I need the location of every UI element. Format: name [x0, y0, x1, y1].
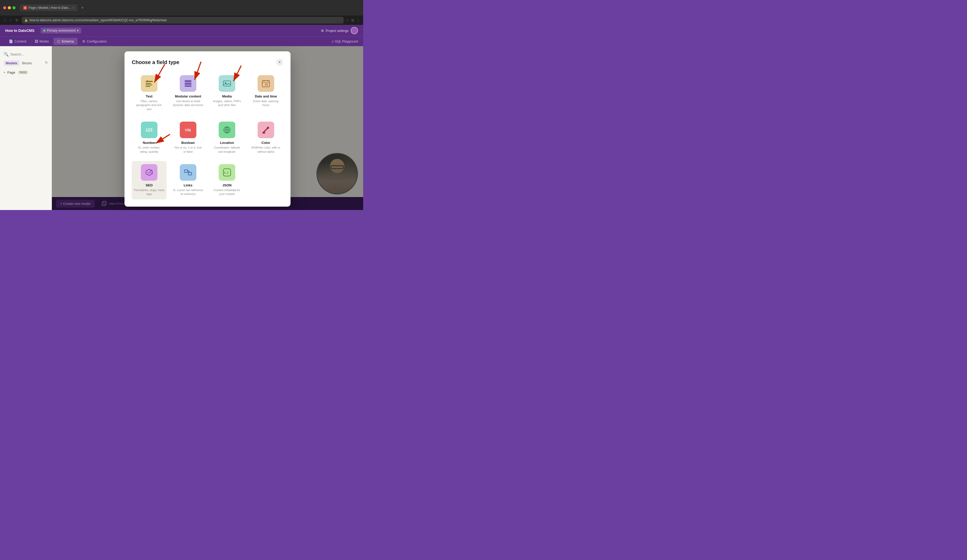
- menu-icon[interactable]: ⋮: [356, 18, 360, 22]
- svg-text:SEO: SEO: [147, 171, 152, 174]
- project-settings-button[interactable]: ⚙ Project settings: [319, 28, 351, 34]
- text-field-icon: A: [141, 75, 157, 92]
- field-type-boolean[interactable]: Y/N Boolean Yes or no, 1 or 0, true or f…: [171, 119, 205, 157]
- gql-playground-link[interactable]: ◇ GQL Playground: [332, 40, 358, 43]
- field-type-modal: Choose a field type ×: [124, 51, 290, 207]
- sub-navigation: 📄 Content 🖼 Media ⬡ Schema ⚙ Configurati…: [0, 36, 363, 46]
- boolean-field-desc: Yes or no, 1 or 0, true or false: [173, 146, 203, 154]
- browser-actions: ☆ ⊞ ⋮: [346, 18, 360, 22]
- field-type-color[interactable]: Color RGB/Hex color, with or without alp…: [249, 119, 283, 157]
- svg-text:Y/N: Y/N: [185, 128, 191, 132]
- sidebar-section-tabs: Models Blocks ↻: [0, 60, 52, 66]
- url-text: how-to-datocms.admin.datocms.com/schema/…: [30, 18, 167, 22]
- field-type-json[interactable]: {...} JSON Custom metadata for your mode…: [210, 161, 244, 199]
- svg-rect-6: [145, 83, 151, 84]
- location-field-icon: [219, 122, 235, 138]
- project-settings-label: Project settings: [325, 29, 348, 33]
- svg-point-28: [267, 127, 269, 129]
- text-field-name: Text: [146, 94, 152, 98]
- env-status-dot: [43, 30, 45, 31]
- json-field-name: JSON: [222, 183, 231, 187]
- refresh-button[interactable]: ↻: [45, 60, 48, 66]
- seo-field-name: SEO: [145, 183, 152, 187]
- svg-text:31: 31: [265, 83, 268, 86]
- svg-rect-12: [185, 85, 191, 87]
- field-type-seo[interactable]: SEO SEO Permalinks, slugs, meta tags: [132, 161, 167, 199]
- sidebar-search-bar: 🔍: [0, 50, 52, 58]
- url-bar[interactable]: 🔒 how-to-datocms.admin.datocms.com/schem…: [22, 17, 344, 24]
- tab-close-button[interactable]: ×: [72, 6, 74, 9]
- datetime-field-name: Date and time: [255, 94, 277, 98]
- page-chevron-icon: ▾: [3, 71, 5, 74]
- modular-field-name: Modular content: [175, 94, 201, 98]
- svg-rect-13: [223, 81, 231, 86]
- content-area: Choose a field type ×: [52, 46, 363, 210]
- tab-media-label: Media: [40, 40, 49, 43]
- modal-close-button[interactable]: ×: [276, 59, 283, 66]
- extensions-icon[interactable]: ⊞: [351, 18, 354, 22]
- tab-schema[interactable]: ⬡ Schema: [53, 38, 78, 45]
- svg-rect-11: [185, 83, 191, 85]
- environment-badge[interactable]: Primary environment ▾: [41, 28, 81, 33]
- tab-schema-label: Schema: [61, 40, 74, 43]
- gql-icon: ◇: [332, 40, 334, 43]
- links-field-icon: [180, 164, 196, 181]
- content-icon: 📄: [9, 40, 13, 43]
- modular-field-icon: [180, 75, 196, 92]
- location-field-name: Location: [220, 141, 234, 145]
- user-avatar[interactable]: [351, 27, 358, 34]
- field-type-modular[interactable]: Modular content Use blocks to build dyna…: [171, 72, 205, 114]
- close-window-button[interactable]: [3, 6, 6, 9]
- browser-tab[interactable]: D Page | Models | How to Dato... ×: [20, 4, 78, 11]
- svg-rect-7: [145, 84, 152, 85]
- media-field-desc: Images, videos, PDFs and other files: [212, 99, 242, 107]
- app-header: How to DatoCMS Primary environment ▾ ⚙ P…: [0, 25, 363, 36]
- search-icon: 🔍: [3, 52, 9, 57]
- links-field-name: Links: [184, 183, 193, 187]
- tab-favicon: D: [23, 6, 27, 10]
- reload-button[interactable]: ↻: [14, 18, 20, 23]
- field-type-number[interactable]: 123 Number ID, order number, rating, qua…: [132, 119, 167, 157]
- number-field-name: Number: [143, 141, 155, 145]
- maximize-window-button[interactable]: [12, 6, 16, 9]
- field-type-media[interactable]: Media Images, videos, PDFs and other fil…: [210, 72, 244, 114]
- modal-backdrop[interactable]: Choose a field type ×: [52, 46, 363, 210]
- main-content: 🔍 Models Blocks ↻ ▾ Page PAGE Choose a f…: [0, 46, 363, 210]
- config-icon: ⚙: [82, 40, 85, 43]
- minimize-window-button[interactable]: [8, 6, 11, 9]
- forward-button[interactable]: ›: [8, 18, 12, 23]
- seo-field-icon: SEO: [141, 164, 157, 181]
- back-button[interactable]: ‹: [3, 18, 7, 23]
- seo-field-desc: Permalinks, slugs, meta tags: [134, 188, 165, 196]
- media-icon: 🖼: [35, 40, 38, 43]
- bookmark-icon[interactable]: ☆: [346, 18, 349, 22]
- page-badge: PAGE: [18, 71, 28, 74]
- tab-configuration-label: Configuration: [87, 40, 107, 43]
- color-field-icon: [257, 122, 274, 138]
- sidebar-tab-blocks[interactable]: Blocks: [20, 60, 34, 66]
- tab-configuration[interactable]: ⚙ Configuration: [79, 38, 111, 45]
- text-field-desc: Titles, names, paragraphs and rich-text: [134, 99, 165, 111]
- media-field-name: Media: [222, 94, 232, 98]
- media-field-icon: [219, 75, 235, 92]
- search-input[interactable]: [10, 53, 48, 56]
- app-logo: How to DatoCMS: [5, 28, 35, 33]
- svg-text:{...}: {...}: [224, 171, 228, 174]
- modal-title: Choose a field type: [132, 59, 179, 65]
- json-field-desc: Custom metadata for your models: [212, 188, 242, 196]
- svg-text:A: A: [147, 80, 149, 83]
- new-tab-button[interactable]: +: [80, 5, 86, 11]
- sidebar-item-page[interactable]: ▾ Page PAGE: [0, 69, 52, 76]
- location-field-desc: Coordinates: latitude and longitude: [212, 146, 242, 154]
- field-type-text[interactable]: A Text Titles, names, paragraphs and ric…: [132, 72, 167, 114]
- field-type-location[interactable]: Location Coordinates: latitude and longi…: [210, 119, 244, 157]
- tab-media[interactable]: 🖼 Media: [31, 38, 53, 45]
- boolean-field-name: Boolean: [181, 141, 195, 145]
- field-type-datetime[interactable]: 31 Date and time Event date, opening hou…: [249, 72, 283, 114]
- sidebar-tab-models[interactable]: Models: [3, 60, 20, 66]
- tab-content[interactable]: 📄 Content: [5, 38, 30, 45]
- boolean-field-icon: Y/N: [180, 122, 196, 138]
- svg-text:123: 123: [145, 128, 152, 132]
- svg-rect-8: [145, 86, 150, 87]
- field-type-links[interactable]: Links Ie. a post can reference its autho…: [171, 161, 205, 199]
